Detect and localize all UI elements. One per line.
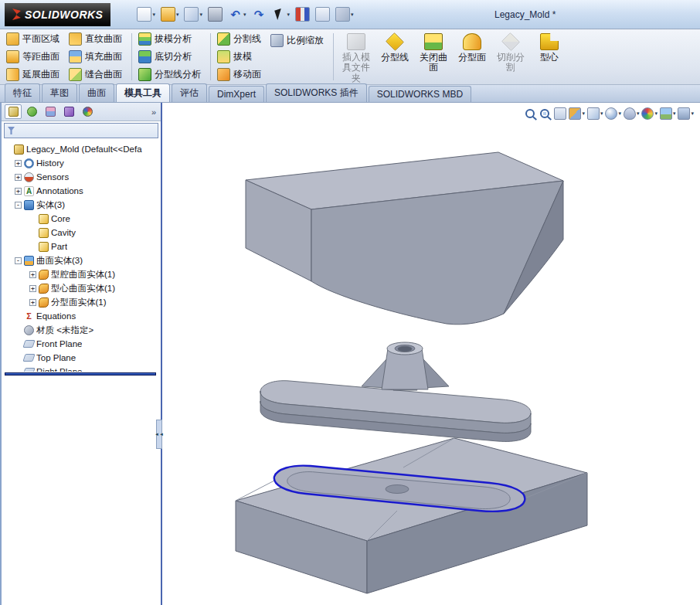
tab[interactable]: 曲面 <box>79 83 114 102</box>
panel-tab[interactable] <box>60 104 77 119</box>
tree-item-label[interactable]: Annotations <box>36 186 83 195</box>
ribbon-button[interactable]: 填充曲面 <box>67 49 127 66</box>
dropdown-caret[interactable]: ▾ <box>152 12 155 18</box>
dropdown-caret[interactable]: ▾ <box>199 12 202 18</box>
ribbon-button[interactable]: 拔模 <box>216 49 266 66</box>
toolbar-button[interactable]: ▾ <box>272 7 291 22</box>
dropdown-caret[interactable]: ▾ <box>691 110 694 117</box>
tree-item-label[interactable]: 型腔曲面实体(1) <box>51 269 115 280</box>
ribbon-button[interactable]: 比例缩放 <box>269 32 328 49</box>
dropdown-caret[interactable]: ▾ <box>582 110 585 117</box>
tab[interactable]: SOLIDWORKS 插件 <box>266 83 367 102</box>
tab[interactable]: DimXpert <box>209 86 264 102</box>
view-toolbar-button[interactable] <box>539 107 552 120</box>
panel-tab[interactable] <box>42 104 59 119</box>
view-toolbar-button[interactable] <box>525 107 537 120</box>
ribbon-large-button[interactable]: 关闭曲面 <box>414 31 453 73</box>
tree-item[interactable]: - 曲面实体(3) <box>3 253 161 267</box>
panel-tab[interactable] <box>23 104 40 119</box>
tree-item[interactable]: Right Plane <box>3 365 161 372</box>
panel-tab[interactable] <box>79 104 96 119</box>
toolbar-button[interactable]: ▾ <box>335 7 354 22</box>
ribbon-button[interactable]: 直纹曲面 <box>67 31 127 48</box>
tree-expander[interactable]: + <box>15 188 22 195</box>
tree-expander[interactable]: + <box>29 271 36 278</box>
tree-item-label[interactable]: 材质 <未指定> <box>36 325 93 336</box>
tree-item[interactable]: + History <box>3 156 161 170</box>
toolbar-button[interactable]: ▾ <box>184 7 202 22</box>
tree-item-label[interactable]: Legacy_Mold (Default<<Defa <box>26 144 142 154</box>
view-toolbar-button[interactable]: ▾ <box>624 107 640 120</box>
tree-item-label[interactable]: 型心曲面实体(1) <box>51 283 115 294</box>
ribbon-button[interactable]: 拔模分析 <box>137 31 206 48</box>
toolbar-button[interactable]: ▾ <box>161 7 179 22</box>
tree-item-label[interactable]: Front Plane <box>36 339 82 348</box>
filter-input[interactable] <box>18 126 155 135</box>
tree-item-label[interactable]: Top Plane <box>36 353 76 362</box>
view-toolbar-button[interactable] <box>554 107 566 120</box>
tab[interactable]: 草图 <box>42 83 77 102</box>
tree-item[interactable]: - 实体(3) <box>3 198 161 212</box>
dropdown-caret[interactable]: ▾ <box>243 12 246 18</box>
tab[interactable]: 特征 <box>5 83 40 102</box>
toolbar-button[interactable] <box>208 7 223 22</box>
tree-item-label[interactable]: Part <box>51 242 67 251</box>
ribbon-large-button[interactable]: 分型面 <box>453 31 491 63</box>
tree-item-label[interactable]: Equations <box>36 311 76 321</box>
ribbon-large-button[interactable]: 切削分割 <box>491 31 530 73</box>
toolbar-button[interactable]: ▾ <box>228 7 246 22</box>
tree-expander[interactable]: - <box>15 202 22 209</box>
tree-item-label[interactable]: Cavity <box>51 228 76 237</box>
tree-item-label[interactable]: Right Plane <box>36 367 82 372</box>
view-toolbar-button[interactable]: ▾ <box>569 107 585 120</box>
panel-splitter[interactable]: ◄◄ <box>156 420 162 449</box>
toolbar-button[interactable] <box>295 7 310 22</box>
dropdown-caret[interactable]: ▾ <box>287 12 291 18</box>
dropdown-caret[interactable]: ▾ <box>618 110 621 117</box>
view-toolbar-button[interactable]: ▾ <box>641 107 658 120</box>
tree-expander[interactable]: + <box>29 299 36 306</box>
core-block-body[interactable] <box>236 438 587 593</box>
part-body[interactable] <box>260 342 531 441</box>
ribbon-button[interactable]: 平面区域 <box>5 31 64 48</box>
tree-item-label[interactable]: 实体(3) <box>36 199 65 211</box>
ribbon-large-button[interactable]: 型心 <box>530 31 569 63</box>
tree-item[interactable]: + 型心曲面实体(1) <box>3 281 161 295</box>
3d-model-scene[interactable] <box>164 103 700 605</box>
toolbar-button[interactable] <box>315 7 330 22</box>
tree-item[interactable]: 材质 <未指定> <box>3 323 161 337</box>
tree-expander[interactable]: + <box>29 285 36 292</box>
tab[interactable]: 评估 <box>172 83 207 102</box>
ribbon-button[interactable]: 移动面 <box>216 66 266 83</box>
ribbon-button[interactable]: 等距曲面 <box>5 49 64 66</box>
view-toolbar-button[interactable]: ▾ <box>678 107 694 120</box>
ribbon-button[interactable]: 延展曲面 <box>5 66 64 83</box>
tree-item-label[interactable]: 曲面实体(3) <box>36 255 83 267</box>
ribbon-button[interactable]: 缝合曲面 <box>67 66 127 83</box>
ribbon-button[interactable]: 底切分析 <box>137 49 206 66</box>
tree-item[interactable]: + Sensors <box>3 170 161 184</box>
tab[interactable]: SOLIDWORKS MBD <box>369 86 471 102</box>
view-toolbar-button[interactable]: ▾ <box>660 107 676 120</box>
cavity-block-body[interactable] <box>246 152 563 325</box>
tree-expander[interactable]: - <box>15 257 22 264</box>
toolbar-button[interactable]: ▾ <box>137 7 155 22</box>
tree-item-label[interactable]: 分型面实体(1) <box>51 297 107 308</box>
ribbon-large-button[interactable]: 插入模具文件夹 <box>337 31 375 83</box>
dropdown-caret[interactable]: ▾ <box>673 110 676 117</box>
tree-item-label[interactable]: Core <box>51 214 70 223</box>
dropdown-caret[interactable]: ▾ <box>654 110 658 117</box>
toolbar-button[interactable] <box>252 7 267 22</box>
tree-item-label[interactable]: Sensors <box>36 172 69 182</box>
tree-item[interactable]: Cavity <box>3 226 161 240</box>
tree-item[interactable]: + 型腔曲面实体(1) <box>3 267 161 281</box>
tree-expander[interactable]: + <box>15 174 22 181</box>
tree-item[interactable]: Legacy_Mold (Default<<Defa <box>3 142 161 156</box>
tree-item[interactable]: Top Plane <box>3 351 161 365</box>
dropdown-caret[interactable]: ▾ <box>637 110 640 117</box>
tree-item-label[interactable]: History <box>36 158 64 168</box>
tab[interactable]: 模具工具 <box>116 83 170 102</box>
tree-expander[interactable]: + <box>15 160 22 167</box>
dropdown-caret[interactable]: ▾ <box>176 12 179 18</box>
panel-overflow-chevron[interactable]: » <box>151 107 158 117</box>
